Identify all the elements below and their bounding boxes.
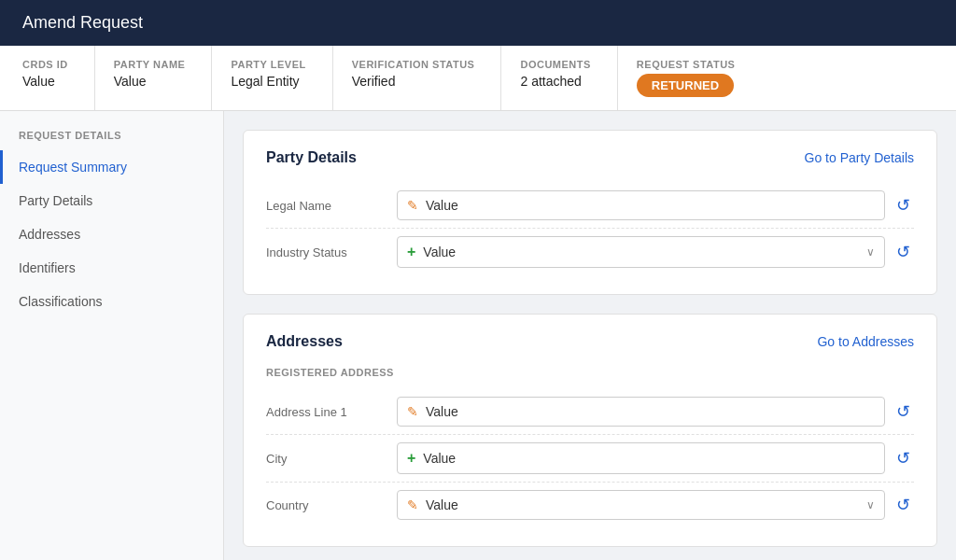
industry-status-reset-button[interactable]: ↺ [893, 242, 914, 262]
party-name-value: Value [114, 74, 186, 89]
edit-icon: ✎ [407, 404, 418, 419]
industry-status-value: Value [423, 245, 859, 259]
request-status-badge: RETURNED [637, 74, 734, 97]
summary-bar: CRDS ID Value PARTY NAME Value PARTY LEV… [0, 46, 956, 111]
main-layout: REQUEST DETAILS Request Summary Party De… [0, 111, 956, 560]
sidebar-item-addresses[interactable]: Addresses [0, 217, 223, 251]
city-reset-button[interactable]: ↺ [893, 448, 914, 469]
chevron-down-icon: ∨ [866, 245, 875, 259]
legal-name-reset-button[interactable]: ↺ [893, 195, 914, 216]
party-details-card: Party Details Go to Party Details Legal … [243, 130, 937, 295]
industry-status-label: Industry Status [266, 245, 397, 259]
request-status-label: REQUEST STATUS [637, 59, 736, 70]
party-details-header: Party Details Go to Party Details [266, 149, 914, 166]
address-line1-value: Value [426, 404, 875, 419]
edit-icon: ✎ [407, 497, 418, 512]
addresses-title: Addresses [266, 333, 343, 350]
summary-request-status: REQUEST STATUS RETURNED [637, 46, 762, 110]
address-line1-input[interactable]: ✎ Value [397, 397, 885, 427]
addresses-card: Addresses Go to Addresses REGISTERED ADD… [243, 314, 937, 547]
summary-verification-status: VERIFICATION STATUS Verified [352, 46, 502, 110]
go-to-party-details-link[interactable]: Go to Party Details [805, 150, 915, 165]
country-label: Country [266, 498, 397, 512]
sidebar-item-identifiers[interactable]: Identifiers [0, 251, 223, 285]
sidebar-item-classifications[interactable]: Classifications [0, 285, 223, 318]
party-details-title: Party Details [266, 149, 357, 166]
legal-name-input[interactable]: ✎ Value [397, 190, 885, 220]
industry-status-row: Industry Status + Value ∨ ↺ [266, 229, 914, 275]
address-line1-label: Address Line 1 [266, 405, 397, 419]
city-input[interactable]: + Value [397, 442, 885, 474]
address-line1-reset-button[interactable]: ↺ [893, 401, 914, 422]
addresses-header: Addresses Go to Addresses [266, 333, 914, 350]
sidebar: REQUEST DETAILS Request Summary Party De… [0, 111, 224, 560]
crds-id-label: CRDS ID [22, 59, 68, 70]
party-name-label: PARTY NAME [114, 59, 186, 70]
go-to-addresses-link[interactable]: Go to Addresses [817, 334, 914, 349]
page-title: Amend Request [22, 13, 143, 32]
legal-name-label: Legal Name [266, 199, 397, 213]
summary-crds-id: CRDS ID Value [22, 46, 95, 110]
verification-status-value: Verified [352, 74, 475, 89]
party-level-label: PARTY LEVEL [231, 59, 305, 70]
legal-name-row: Legal Name ✎ Value ↺ [266, 183, 914, 229]
summary-documents: DOCUMENTS 2 attached [520, 46, 617, 110]
sidebar-item-party-details[interactable]: Party Details [0, 184, 223, 217]
summary-party-name: PARTY NAME Value [114, 46, 213, 110]
page-header: Amend Request [0, 0, 956, 46]
country-row: Country ✎ Value ∨ ↺ [266, 483, 914, 527]
sidebar-section-label: REQUEST DETAILS [0, 130, 223, 150]
content-area: Party Details Go to Party Details Legal … [224, 111, 956, 560]
chevron-down-icon: ∨ [866, 498, 875, 511]
sidebar-item-request-summary[interactable]: Request Summary [0, 150, 223, 184]
legal-name-value: Value [426, 198, 875, 213]
registered-address-label: REGISTERED ADDRESS [266, 367, 914, 378]
country-reset-button[interactable]: ↺ [893, 495, 914, 515]
add-icon: + [407, 244, 415, 260]
city-row: City + Value ↺ [266, 435, 914, 483]
edit-icon: ✎ [407, 198, 418, 213]
address-line1-row: Address Line 1 ✎ Value ↺ [266, 389, 914, 435]
verification-status-label: VERIFICATION STATUS [352, 59, 475, 70]
documents-label: DOCUMENTS [520, 59, 590, 70]
city-value: Value [423, 451, 875, 466]
country-value: Value [426, 497, 859, 512]
party-level-value: Legal Entity [231, 74, 305, 89]
crds-id-value: Value [22, 74, 68, 89]
documents-value: 2 attached [520, 74, 590, 89]
add-icon: + [407, 450, 415, 467]
summary-party-level: PARTY LEVEL Legal Entity [231, 46, 332, 110]
country-input[interactable]: ✎ Value ∨ [397, 490, 885, 520]
city-label: City [266, 452, 397, 466]
industry-status-input[interactable]: + Value ∨ [397, 236, 885, 268]
